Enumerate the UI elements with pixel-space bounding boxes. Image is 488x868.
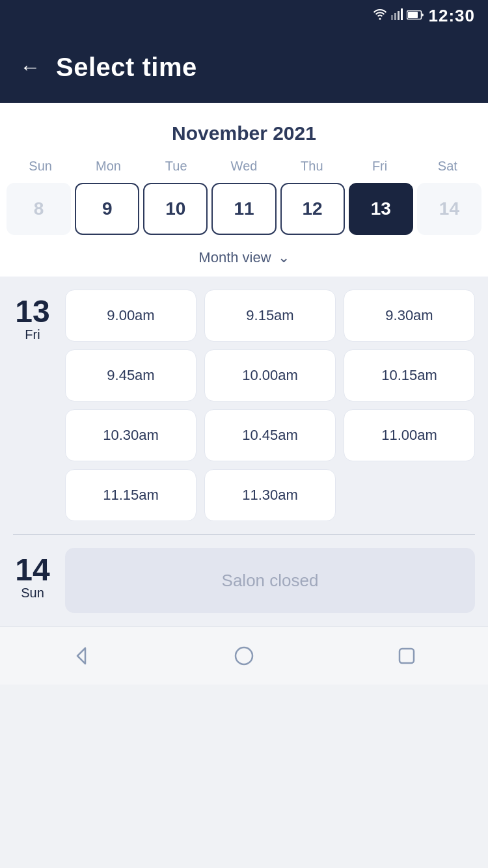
calendar-days: 8 9 10 11 12 13 14: [0, 178, 488, 243]
page-header: ← Select time: [0, 31, 488, 103]
day-block-13: 13 Fri 9.00am 9.15am 9.30am 9.45am 10.00…: [13, 290, 475, 521]
salon-closed-card: Salon closed: [65, 548, 475, 613]
day-headers: Sun Mon Tue Wed Thu Fri Sat: [0, 155, 488, 178]
time-slot-930am[interactable]: 9.30am: [344, 290, 475, 342]
status-icons: [373, 8, 424, 23]
day-header-tue: Tue: [142, 155, 210, 178]
slots-section: 13 Fri 9.00am 9.15am 9.30am 9.45am 10.00…: [0, 277, 488, 626]
cal-day-11[interactable]: 11: [211, 183, 276, 235]
day-label-13: 13 Fri: [13, 290, 52, 521]
cal-day-14[interactable]: 14: [417, 183, 481, 235]
page-title: Select time: [56, 53, 197, 82]
wifi-icon: [373, 8, 387, 23]
svg-rect-3: [401, 8, 403, 20]
day-name-13: Fri: [25, 327, 40, 342]
day-num-13: 13: [15, 296, 49, 327]
time-slot-1030am[interactable]: 10.30am: [65, 409, 197, 461]
battery-icon: [407, 9, 424, 23]
svg-rect-1: [394, 13, 396, 20]
svg-marker-6: [77, 648, 85, 664]
time-slot-1115am[interactable]: 11.15am: [65, 469, 197, 521]
calendar-section: November 2021 Sun Mon Tue Wed Thu Fri Sa…: [0, 103, 488, 277]
time-slot-1130am[interactable]: 11.30am: [204, 469, 336, 521]
day-header-sun: Sun: [7, 155, 74, 178]
cal-day-12[interactable]: 12: [280, 183, 345, 235]
month-view-label: Month view: [198, 249, 271, 266]
time-slot-945am[interactable]: 9.45am: [65, 349, 197, 401]
month-year: November 2021: [0, 116, 488, 155]
time-slots-grid-13: 9.00am 9.15am 9.30am 9.45am 10.00am 10.1…: [65, 290, 475, 521]
time-slot-1000am[interactable]: 10.00am: [204, 349, 336, 401]
day-divider: [13, 534, 475, 535]
status-bar: 12:30: [0, 0, 488, 31]
day-header-sat: Sat: [414, 155, 481, 178]
day-header-fri: Fri: [346, 155, 413, 178]
time-slot-915am[interactable]: 9.15am: [204, 290, 336, 342]
svg-rect-8: [400, 649, 414, 663]
day-block-14: 14 Sun Salon closed: [13, 548, 475, 613]
cal-day-10[interactable]: 10: [143, 183, 208, 235]
salon-closed-label: Salon closed: [222, 571, 319, 591]
day-header-wed: Wed: [210, 155, 278, 178]
back-button[interactable]: ←: [20, 55, 40, 79]
nav-back-button[interactable]: [62, 636, 101, 675]
nav-recent-button[interactable]: [387, 636, 426, 675]
time-slot-1100am[interactable]: 11.00am: [344, 409, 475, 461]
day-name-14: Sun: [21, 586, 44, 601]
day-label-14: 14 Sun: [13, 548, 52, 613]
nav-home-button[interactable]: [224, 636, 264, 675]
month-view-toggle[interactable]: Month view ⌄: [0, 243, 488, 277]
bottom-nav: [0, 626, 488, 685]
signal-icon: [391, 8, 403, 23]
time-slot-1045am[interactable]: 10.45am: [204, 409, 336, 461]
day-num-14: 14: [15, 554, 49, 586]
day-header-thu: Thu: [278, 155, 346, 178]
day-header-mon: Mon: [74, 155, 142, 178]
time-slot-900am[interactable]: 9.00am: [65, 290, 197, 342]
cal-day-8[interactable]: 8: [7, 183, 71, 235]
svg-rect-0: [391, 15, 393, 20]
svg-rect-5: [408, 12, 418, 18]
cal-day-13[interactable]: 13: [349, 183, 413, 235]
time-slot-1015am[interactable]: 10.15am: [344, 349, 475, 401]
chevron-down-icon: ⌄: [278, 249, 290, 266]
svg-point-7: [236, 647, 252, 664]
cal-day-9[interactable]: 9: [75, 183, 139, 235]
status-time: 12:30: [429, 6, 476, 26]
svg-rect-2: [398, 11, 400, 20]
